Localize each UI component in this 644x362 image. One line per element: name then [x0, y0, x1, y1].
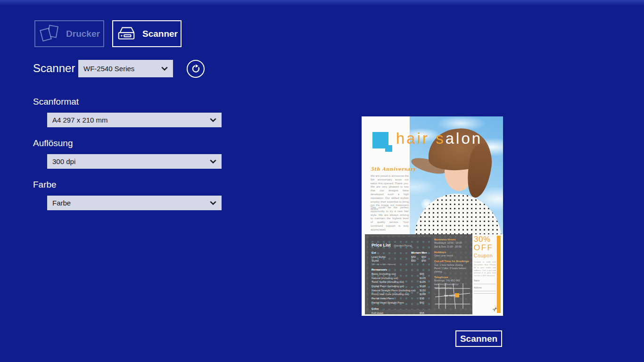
- flyer-map: hair salon: [434, 282, 471, 310]
- price-row: Twist, Spiral (including cut)$125: [372, 280, 428, 284]
- scanner-device-select[interactable]: WF-2540 Series: [78, 60, 173, 77]
- flyer-title: hair salon: [396, 130, 482, 148]
- flyer-coupon: 30% OFF Coupon Coupon is valid until Dec…: [474, 235, 496, 313]
- scanner-section-label: Scanner: [33, 62, 75, 75]
- flyer-second-paragraph: This could be the perfect opportunity to…: [371, 206, 409, 232]
- field-label-farbe: Farbe: [33, 180, 57, 190]
- farbe-select[interactable]: Farbe: [47, 196, 222, 210]
- price-row: Natural (including cut)$105: [372, 276, 428, 280]
- tab-scanner-label: Scanner: [142, 29, 178, 39]
- field-label-aufloesung: Auflösung: [33, 138, 73, 148]
- price-row: Full Head$68: [372, 311, 428, 315]
- hair-salon-logo-accent: [385, 145, 392, 152]
- chevron-down-icon: [210, 118, 216, 122]
- flyer-orange-stripe: [497, 236, 501, 313]
- scanner-device-value: WF-2540 Series: [83, 65, 134, 73]
- scanformat-select[interactable]: A4 297 x 210 mm: [47, 113, 222, 127]
- price-list-title: Price List: [372, 243, 391, 247]
- tab-drucker[interactable]: Drucker: [34, 20, 104, 47]
- price-row: Roots$80: [372, 315, 428, 316]
- aufloesung-value: 300 dpi: [52, 157, 75, 165]
- scanner-icon: [116, 26, 137, 42]
- chevron-down-icon: [210, 159, 216, 164]
- window-top-edge: [0, 0, 644, 6]
- flyer-anniversary: 5th Anniversary: [371, 166, 416, 172]
- tab-scanner[interactable]: Scanner: [112, 20, 182, 47]
- tab-drucker-label: Drucker: [66, 29, 100, 39]
- price-row: Basic (including cut)$95: [372, 272, 428, 276]
- field-label-scanformat: Scanformat: [33, 97, 79, 107]
- price-row: Natural Straight Perm (including cut)$15…: [372, 288, 428, 293]
- flyer-bottom-panel: Price List (Standard Pricing) Cut Women …: [365, 234, 472, 314]
- refresh-scanner-button[interactable]: [187, 60, 205, 78]
- price-row: Frizzy Hair Cure (including cut)$168: [372, 292, 428, 296]
- printer-pages-icon: [39, 24, 60, 44]
- price-row: Digital Perm (including cut)$148: [372, 284, 428, 288]
- farbe-value: Farbe: [52, 199, 71, 207]
- scan-button[interactable]: Scannen: [455, 330, 502, 347]
- price-row: Lead Stylist $60 $50: [372, 255, 428, 259]
- map-marker-label: hair salon: [444, 294, 455, 297]
- price-row: Partial Head Straight Perm$42: [372, 301, 428, 305]
- scan-app-window: Drucker Scanner Scanner WF-2540 Series: [0, 0, 644, 362]
- aufloesung-select[interactable]: 300 dpi: [47, 154, 222, 169]
- refresh-icon: [190, 64, 201, 74]
- price-row: Partial Head Perm$32: [372, 296, 428, 301]
- scanformat-value: A4 297 x 210 mm: [52, 116, 108, 124]
- price-row: Stylist $50 $40: [372, 259, 428, 263]
- chevron-down-icon: [210, 201, 216, 205]
- scan-preview-image: hair salon 5th Anniversary We are proud …: [362, 116, 503, 316]
- chevron-down-icon: [161, 66, 168, 71]
- flyer-price-list: Price List (Standard Pricing) Cut Women …: [368, 237, 431, 310]
